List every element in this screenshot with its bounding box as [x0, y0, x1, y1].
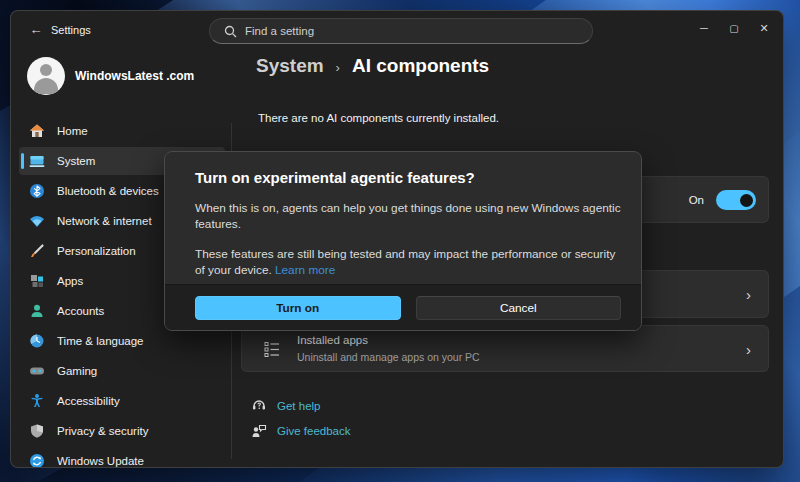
personalization-icon	[29, 243, 45, 259]
profile-name: WindowsLatest .com	[75, 69, 194, 83]
give-feedback-label: Give feedback	[277, 425, 351, 437]
accessibility-icon	[29, 393, 45, 409]
dialog-body-2: These features are still being tested an…	[195, 247, 627, 279]
sidebar-item-accessibility[interactable]: Accessibility	[19, 387, 225, 415]
dialog-body-2-text: These features are still being tested an…	[195, 247, 615, 277]
chevron-right-icon: ›	[746, 286, 751, 303]
toggle-state-label: On	[689, 194, 704, 206]
agentic-toggle[interactable]	[716, 190, 756, 210]
bluetooth-icon	[29, 183, 45, 199]
sidebar-item-label: Time & language	[57, 335, 144, 347]
toggle-knob	[740, 194, 753, 207]
accounts-icon	[29, 303, 45, 319]
windows-update-icon	[29, 453, 45, 468]
give-feedback-icon	[251, 423, 267, 439]
sidebar-item-windows-update[interactable]: Windows Update	[19, 447, 225, 468]
dialog-footer: Turn on Cancel	[165, 284, 641, 330]
installed-apps-icon	[264, 341, 281, 358]
search-placeholder: Find a setting	[245, 25, 314, 37]
search-input[interactable]: Find a setting	[209, 18, 593, 44]
sidebar-item-gaming[interactable]: Gaming	[19, 357, 225, 385]
sidebar-item-label: Windows Update	[57, 455, 144, 467]
sidebar-item-label: Network & internet	[57, 215, 152, 227]
system-icon	[29, 153, 45, 169]
sidebar-item-label: Apps	[57, 275, 83, 287]
back-icon: ←	[30, 22, 43, 37]
get-help-icon	[251, 398, 267, 414]
cancel-button[interactable]: Cancel	[416, 296, 622, 320]
network-icon	[29, 213, 45, 229]
app-title: Settings	[51, 24, 91, 36]
breadcrumb-separator-icon: ›	[336, 60, 340, 75]
installed-apps-row[interactable]: Installed apps Uninstall and manage apps…	[241, 325, 769, 372]
time-language-icon	[29, 333, 45, 349]
apps-icon	[29, 273, 45, 289]
dialog-title: Turn on experimental agentic features?	[195, 169, 611, 186]
installed-apps-subtitle: Uninstall and manage apps on your PC	[297, 351, 480, 363]
minimize-button[interactable]: ─	[689, 15, 719, 41]
sidebar-item-label: Accessibility	[57, 395, 120, 407]
agentic-features-dialog: Turn on experimental agentic features? W…	[164, 151, 642, 331]
sidebar-item-home[interactable]: Home	[19, 117, 225, 145]
close-button[interactable]: ✕	[749, 15, 779, 41]
turn-on-button[interactable]: Turn on	[195, 296, 401, 320]
search-icon	[224, 25, 237, 38]
privacy-icon	[29, 423, 45, 439]
maximize-button[interactable]: ▢	[719, 15, 749, 41]
sidebar-item-privacy-security[interactable]: Privacy & security	[19, 417, 225, 445]
page-title: AI components	[352, 55, 489, 77]
gaming-icon	[29, 363, 45, 379]
back-button[interactable]: ←	[25, 20, 47, 40]
give-feedback-link[interactable]: Give feedback	[251, 423, 351, 439]
get-help-link[interactable]: Get help	[251, 398, 320, 414]
sidebar-item-label: Home	[57, 125, 88, 137]
avatar[interactable]	[27, 57, 65, 95]
sidebar-item-label: Gaming	[57, 365, 97, 377]
installed-apps-title: Installed apps	[297, 334, 368, 346]
sidebar-item-label: Bluetooth & devices	[57, 185, 159, 197]
breadcrumb: System › AI components	[256, 55, 489, 77]
home-icon	[29, 123, 45, 139]
sidebar-item-label: Privacy & security	[57, 425, 148, 437]
get-help-label: Get help	[277, 400, 320, 412]
empty-state-message: There are no AI components currently ins…	[258, 112, 499, 124]
breadcrumb-parent[interactable]: System	[256, 55, 324, 77]
settings-window: ← Settings Find a setting ─ ▢ ✕ WindowsL…	[10, 10, 784, 468]
sidebar-item-label: Accounts	[57, 305, 104, 317]
sidebar-item-label: Personalization	[57, 245, 136, 257]
learn-more-link[interactable]: Learn more	[275, 263, 335, 277]
dialog-body-1: When this is on, agents can help you get…	[195, 201, 627, 233]
sidebar-item-time-language[interactable]: Time & language	[19, 327, 225, 355]
chevron-right-icon: ›	[746, 340, 751, 357]
sidebar-item-label: System	[57, 155, 95, 167]
